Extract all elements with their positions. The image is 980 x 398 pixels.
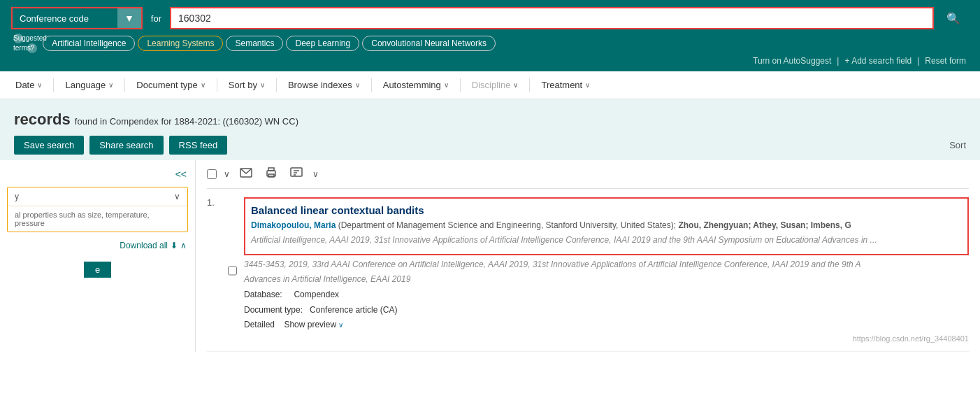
chevron-down-icon: ∨ xyxy=(224,169,230,179)
result-meta: Database: Compendex Document type: Confe… xyxy=(244,287,969,333)
add-search-field-link[interactable]: + Add search field xyxy=(844,56,911,66)
url-hint: https://blog.csdn.net/rg_34408401 xyxy=(244,334,969,343)
results-list: ∨ xyxy=(196,160,980,352)
filter-divider xyxy=(276,78,277,92)
filter-discipline[interactable]: Discipline ∨ xyxy=(463,71,527,99)
svg-rect-3 xyxy=(268,174,274,177)
filter-document-type[interactable]: Document type ∨ xyxy=(128,71,213,99)
result-item: 1. Balanced linear contextual bandits Di… xyxy=(207,189,969,352)
tag-semantics[interactable]: Semantics xyxy=(226,36,283,51)
field-dropdown-btn[interactable]: ▼ xyxy=(117,8,141,28)
collapse-panel-button[interactable]: << xyxy=(167,166,195,183)
results-title: records found in Compendex for 1884-2021… xyxy=(14,111,966,129)
filter-divider xyxy=(124,78,125,92)
svg-rect-4 xyxy=(291,168,302,176)
tag-convolutional-neural-networks[interactable]: Convolutional Neural Networks xyxy=(362,36,496,51)
filter-language[interactable]: Language ∨ xyxy=(57,71,122,99)
filter-divider xyxy=(371,78,372,92)
chevron-down-icon: ∨ xyxy=(108,81,113,89)
detailed-label: Detailed xyxy=(244,320,275,329)
download-all[interactable]: Download all ⬇ ∧ xyxy=(0,236,195,255)
filter-section-header: y ∨ xyxy=(8,187,187,206)
result-title[interactable]: Balanced linear contextual bandits xyxy=(251,204,962,216)
filter-section-title: y xyxy=(15,192,19,201)
result-journal3: Advances in Artificial Intelligence, EAA… xyxy=(244,273,969,285)
suggested-help-icon[interactable]: ? xyxy=(27,43,37,53)
share-search-button[interactable]: Share search xyxy=(89,136,163,155)
filter-sort-by[interactable]: Sort by ∨ xyxy=(220,71,273,99)
rss-feed-button[interactable]: RSS feed xyxy=(169,136,228,155)
filter-divider xyxy=(217,78,217,92)
reset-form-link[interactable]: Reset form xyxy=(925,56,966,66)
search-input-wrapper xyxy=(170,7,934,29)
save-search-button[interactable]: Save search xyxy=(14,136,84,155)
filter-section: y ∨ al properties such as size, temperat… xyxy=(7,187,188,232)
download-icon: ⬇ xyxy=(171,241,178,250)
chevron-down-icon: ∨ xyxy=(312,169,319,179)
chevron-down-icon: ∨ xyxy=(444,81,449,89)
chevron-down-icon: ∨ xyxy=(355,81,360,89)
doctype-label: Document type: xyxy=(244,305,303,315)
svg-rect-2 xyxy=(268,168,274,171)
results-header: records found in Compendex for 1884-2021… xyxy=(0,99,980,160)
filter-divider xyxy=(53,78,54,92)
suggested-label: Suggested terms: ? xyxy=(11,34,37,53)
chevron-down-icon: ∨ xyxy=(174,192,180,201)
chevron-down-icon: ∨ xyxy=(338,321,343,329)
pipe-divider2: | xyxy=(917,56,919,66)
author-link2[interactable]: Zhou, Zhengyuan; Athey, Susan; Imbens, G xyxy=(678,220,851,230)
author-link[interactable]: Dimakopoulou, Maria xyxy=(251,220,336,230)
chevron-down-icon: ∨ xyxy=(37,81,42,89)
result-number: 1. xyxy=(207,197,221,343)
pipe-divider: | xyxy=(837,56,839,66)
chevron-down-icon: ∨ xyxy=(201,81,206,89)
sort-label: Sort xyxy=(949,140,966,150)
for-label: for xyxy=(151,13,161,24)
left-panel: << y ∨ al properties such as size, tempe… xyxy=(0,160,196,352)
filter-treatment[interactable]: Treatment ∨ xyxy=(533,71,598,99)
result-item-box: Balanced linear contextual bandits Dimak… xyxy=(244,197,969,255)
tag-artificial-intelligence[interactable]: Artificial Intelligence xyxy=(43,36,135,51)
suggestions-row: Suggested terms: ? Artificial Intelligen… xyxy=(11,34,969,53)
chevron-down-icon: ∨ xyxy=(513,81,518,89)
print-icon-btn[interactable] xyxy=(262,166,280,183)
field-label: Conference code xyxy=(13,9,117,28)
result-journal2: 3445-3453, 2019, 33rd AAAI Conference on… xyxy=(244,258,969,271)
doctype-value: Conference article (CA) xyxy=(310,305,397,315)
result-authors: Dimakopoulou, Maria (Department of Manag… xyxy=(251,219,962,232)
filter-date[interactable]: Date ∨ xyxy=(7,71,50,99)
tag-learning-systems[interactable]: Learning Systems xyxy=(138,36,223,51)
database-value: Compendex xyxy=(294,290,339,299)
autosuggest-link[interactable]: Turn on AutoSuggest xyxy=(753,56,831,66)
results-actions: Save search Share search RSS feed Sort xyxy=(14,136,966,155)
chevron-down-icon: ∨ xyxy=(585,81,590,89)
email-icon-btn[interactable] xyxy=(237,166,255,182)
export-icon-btn[interactable] xyxy=(287,166,305,183)
select-all-checkbox[interactable] xyxy=(207,169,217,179)
results-subtitle: found in Compendex for 1884-2021: ((1603… xyxy=(75,116,298,127)
top-search-bar: Conference code ▼ for 🔍 Suggested terms:… xyxy=(0,0,980,71)
filter-divider xyxy=(529,78,530,92)
search-row: Conference code ▼ for 🔍 xyxy=(11,7,969,29)
field-selector-wrapper: Conference code ▼ xyxy=(11,7,143,29)
results-toolbar: ∨ xyxy=(207,160,969,189)
result-checkbox[interactable] xyxy=(228,199,237,343)
autosuggest-row: Turn on AutoSuggest | + Add search field… xyxy=(11,56,969,66)
content-area: << y ∨ al properties such as size, tempe… xyxy=(0,160,980,352)
filter-autostemming[interactable]: Autostemming ∨ xyxy=(375,71,457,99)
download-all-label: Download all xyxy=(120,241,168,250)
filter-divider xyxy=(460,78,461,92)
result-content: Balanced linear contextual bandits Dimak… xyxy=(244,197,969,343)
search-button[interactable]: 🔍 xyxy=(938,8,969,29)
filter-section-body: al properties such as size, temperature,… xyxy=(8,206,187,232)
search-input[interactable] xyxy=(171,8,932,28)
show-preview-link[interactable]: Show preview xyxy=(284,320,336,329)
filter-browse-indexes[interactable]: Browse indexes ∨ xyxy=(280,71,368,99)
left-panel-action-button[interactable]: e xyxy=(84,262,111,278)
collapse-icon: ∧ xyxy=(180,241,187,250)
result-journal: Artificial Intelligence, AAAI 2019, 31st… xyxy=(251,234,962,246)
tag-deep-learning[interactable]: Deep Learning xyxy=(286,36,359,51)
database-label: Database: xyxy=(244,290,282,299)
chevron-down-icon: ∨ xyxy=(260,81,265,89)
filter-bar: Date ∨ Language ∨ Document type ∨ Sort b… xyxy=(0,71,980,99)
